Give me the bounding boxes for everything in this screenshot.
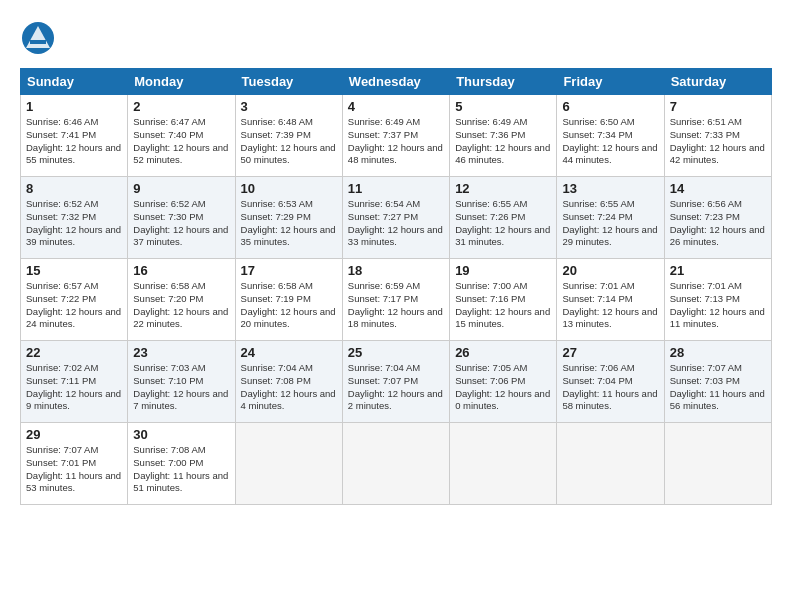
day-number: 12 — [455, 181, 551, 196]
cell-info: Sunrise: 6:55 AM Sunset: 7:26 PM Dayligh… — [455, 198, 551, 249]
day-number: 19 — [455, 263, 551, 278]
cell-info: Sunrise: 7:01 AM Sunset: 7:13 PM Dayligh… — [670, 280, 766, 331]
day-number: 24 — [241, 345, 337, 360]
day-number: 9 — [133, 181, 229, 196]
calendar-cell: 10 Sunrise: 6:53 AM Sunset: 7:29 PM Dayl… — [235, 177, 342, 259]
day-number: 25 — [348, 345, 444, 360]
cell-info: Sunrise: 6:58 AM Sunset: 7:19 PM Dayligh… — [241, 280, 337, 331]
day-number: 21 — [670, 263, 766, 278]
cell-info: Sunrise: 6:50 AM Sunset: 7:34 PM Dayligh… — [562, 116, 658, 167]
page-header — [20, 16, 772, 60]
cell-info: Sunrise: 6:52 AM Sunset: 7:32 PM Dayligh… — [26, 198, 122, 249]
day-number: 2 — [133, 99, 229, 114]
cell-info: Sunrise: 7:07 AM Sunset: 7:03 PM Dayligh… — [670, 362, 766, 413]
cell-info: Sunrise: 6:55 AM Sunset: 7:24 PM Dayligh… — [562, 198, 658, 249]
cell-info: Sunrise: 6:49 AM Sunset: 7:36 PM Dayligh… — [455, 116, 551, 167]
cell-info: Sunrise: 7:04 AM Sunset: 7:07 PM Dayligh… — [348, 362, 444, 413]
cell-info: Sunrise: 6:59 AM Sunset: 7:17 PM Dayligh… — [348, 280, 444, 331]
cell-info: Sunrise: 6:46 AM Sunset: 7:41 PM Dayligh… — [26, 116, 122, 167]
cell-info: Sunrise: 6:53 AM Sunset: 7:29 PM Dayligh… — [241, 198, 337, 249]
calendar-cell — [664, 423, 771, 505]
calendar-page: SundayMondayTuesdayWednesdayThursdayFrid… — [0, 0, 792, 612]
day-number: 8 — [26, 181, 122, 196]
calendar-cell: 27 Sunrise: 7:06 AM Sunset: 7:04 PM Dayl… — [557, 341, 664, 423]
calendar-cell: 26 Sunrise: 7:05 AM Sunset: 7:06 PM Dayl… — [450, 341, 557, 423]
calendar-cell: 8 Sunrise: 6:52 AM Sunset: 7:32 PM Dayli… — [21, 177, 128, 259]
calendar-cell: 13 Sunrise: 6:55 AM Sunset: 7:24 PM Dayl… — [557, 177, 664, 259]
calendar-cell — [342, 423, 449, 505]
day-number: 29 — [26, 427, 122, 442]
cell-info: Sunrise: 7:07 AM Sunset: 7:01 PM Dayligh… — [26, 444, 122, 495]
calendar-cell: 15 Sunrise: 6:57 AM Sunset: 7:22 PM Dayl… — [21, 259, 128, 341]
day-number: 22 — [26, 345, 122, 360]
day-number: 5 — [455, 99, 551, 114]
calendar-cell: 6 Sunrise: 6:50 AM Sunset: 7:34 PM Dayli… — [557, 95, 664, 177]
weekday-header: Friday — [557, 69, 664, 95]
day-number: 23 — [133, 345, 229, 360]
cell-info: Sunrise: 6:56 AM Sunset: 7:23 PM Dayligh… — [670, 198, 766, 249]
calendar-cell: 11 Sunrise: 6:54 AM Sunset: 7:27 PM Dayl… — [342, 177, 449, 259]
weekday-header: Wednesday — [342, 69, 449, 95]
day-number: 6 — [562, 99, 658, 114]
calendar-cell: 28 Sunrise: 7:07 AM Sunset: 7:03 PM Dayl… — [664, 341, 771, 423]
calendar-cell: 22 Sunrise: 7:02 AM Sunset: 7:11 PM Dayl… — [21, 341, 128, 423]
calendar-cell: 17 Sunrise: 6:58 AM Sunset: 7:19 PM Dayl… — [235, 259, 342, 341]
calendar-cell: 23 Sunrise: 7:03 AM Sunset: 7:10 PM Dayl… — [128, 341, 235, 423]
day-number: 27 — [562, 345, 658, 360]
calendar-cell: 4 Sunrise: 6:49 AM Sunset: 7:37 PM Dayli… — [342, 95, 449, 177]
cell-info: Sunrise: 6:48 AM Sunset: 7:39 PM Dayligh… — [241, 116, 337, 167]
weekday-header: Tuesday — [235, 69, 342, 95]
cell-info: Sunrise: 7:05 AM Sunset: 7:06 PM Dayligh… — [455, 362, 551, 413]
calendar-cell: 14 Sunrise: 6:56 AM Sunset: 7:23 PM Dayl… — [664, 177, 771, 259]
calendar-cell: 1 Sunrise: 6:46 AM Sunset: 7:41 PM Dayli… — [21, 95, 128, 177]
logo — [20, 20, 60, 60]
day-number: 3 — [241, 99, 337, 114]
cell-info: Sunrise: 6:51 AM Sunset: 7:33 PM Dayligh… — [670, 116, 766, 167]
cell-info: Sunrise: 7:08 AM Sunset: 7:00 PM Dayligh… — [133, 444, 229, 495]
day-number: 14 — [670, 181, 766, 196]
day-number: 17 — [241, 263, 337, 278]
calendar-cell: 20 Sunrise: 7:01 AM Sunset: 7:14 PM Dayl… — [557, 259, 664, 341]
day-number: 13 — [562, 181, 658, 196]
cell-info: Sunrise: 6:47 AM Sunset: 7:40 PM Dayligh… — [133, 116, 229, 167]
cell-info: Sunrise: 6:52 AM Sunset: 7:30 PM Dayligh… — [133, 198, 229, 249]
calendar-cell — [235, 423, 342, 505]
weekday-header: Saturday — [664, 69, 771, 95]
calendar-cell: 18 Sunrise: 6:59 AM Sunset: 7:17 PM Dayl… — [342, 259, 449, 341]
calendar-cell — [450, 423, 557, 505]
calendar-cell: 3 Sunrise: 6:48 AM Sunset: 7:39 PM Dayli… — [235, 95, 342, 177]
cell-info: Sunrise: 7:06 AM Sunset: 7:04 PM Dayligh… — [562, 362, 658, 413]
calendar-cell: 19 Sunrise: 7:00 AM Sunset: 7:16 PM Dayl… — [450, 259, 557, 341]
day-number: 16 — [133, 263, 229, 278]
calendar-cell: 12 Sunrise: 6:55 AM Sunset: 7:26 PM Dayl… — [450, 177, 557, 259]
day-number: 15 — [26, 263, 122, 278]
calendar-cell: 9 Sunrise: 6:52 AM Sunset: 7:30 PM Dayli… — [128, 177, 235, 259]
calendar-cell: 24 Sunrise: 7:04 AM Sunset: 7:08 PM Dayl… — [235, 341, 342, 423]
cell-info: Sunrise: 6:49 AM Sunset: 7:37 PM Dayligh… — [348, 116, 444, 167]
day-number: 7 — [670, 99, 766, 114]
calendar-cell: 2 Sunrise: 6:47 AM Sunset: 7:40 PM Dayli… — [128, 95, 235, 177]
day-number: 28 — [670, 345, 766, 360]
day-number: 1 — [26, 99, 122, 114]
day-number: 30 — [133, 427, 229, 442]
day-number: 10 — [241, 181, 337, 196]
day-number: 18 — [348, 263, 444, 278]
cell-info: Sunrise: 6:54 AM Sunset: 7:27 PM Dayligh… — [348, 198, 444, 249]
day-number: 20 — [562, 263, 658, 278]
calendar-cell: 30 Sunrise: 7:08 AM Sunset: 7:00 PM Dayl… — [128, 423, 235, 505]
cell-info: Sunrise: 7:03 AM Sunset: 7:10 PM Dayligh… — [133, 362, 229, 413]
weekday-header: Thursday — [450, 69, 557, 95]
day-number: 4 — [348, 99, 444, 114]
calendar-table: SundayMondayTuesdayWednesdayThursdayFrid… — [20, 68, 772, 505]
calendar-cell: 25 Sunrise: 7:04 AM Sunset: 7:07 PM Dayl… — [342, 341, 449, 423]
calendar-cell: 7 Sunrise: 6:51 AM Sunset: 7:33 PM Dayli… — [664, 95, 771, 177]
calendar-cell: 29 Sunrise: 7:07 AM Sunset: 7:01 PM Dayl… — [21, 423, 128, 505]
day-number: 26 — [455, 345, 551, 360]
calendar-cell: 16 Sunrise: 6:58 AM Sunset: 7:20 PM Dayl… — [128, 259, 235, 341]
cell-info: Sunrise: 7:00 AM Sunset: 7:16 PM Dayligh… — [455, 280, 551, 331]
cell-info: Sunrise: 7:01 AM Sunset: 7:14 PM Dayligh… — [562, 280, 658, 331]
cell-info: Sunrise: 7:02 AM Sunset: 7:11 PM Dayligh… — [26, 362, 122, 413]
day-number: 11 — [348, 181, 444, 196]
cell-info: Sunrise: 6:57 AM Sunset: 7:22 PM Dayligh… — [26, 280, 122, 331]
cell-info: Sunrise: 6:58 AM Sunset: 7:20 PM Dayligh… — [133, 280, 229, 331]
